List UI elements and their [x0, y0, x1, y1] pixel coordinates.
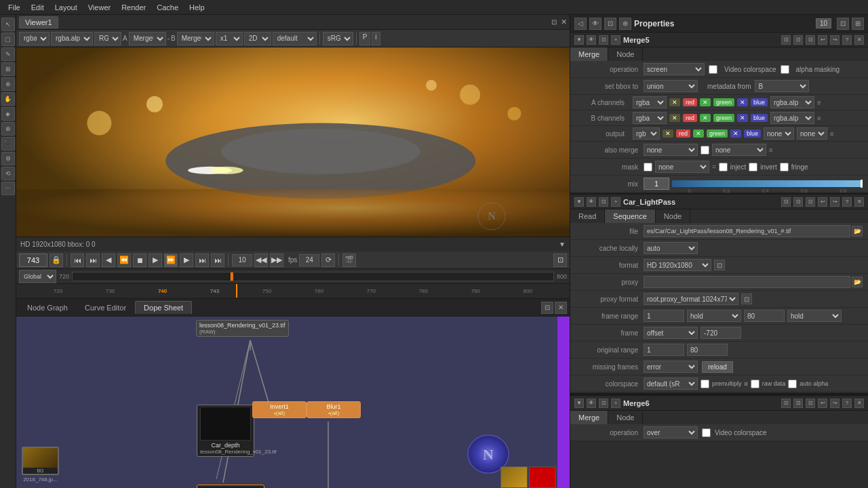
m6-icon4[interactable]: ↩ — [818, 399, 827, 408]
merge5-icon1[interactable]: ⊡ — [781, 35, 791, 45]
also-merge-extra[interactable]: ≡ — [769, 146, 773, 154]
fringe-check[interactable] — [780, 163, 789, 171]
menu-file[interactable]: File — [3, 2, 26, 13]
toolbar-transform-btn[interactable]: ⟲ — [1, 167, 15, 180]
toolbar-merge-btn[interactable]: ⊕ — [1, 122, 15, 136]
viewer-expand-icon[interactable]: ⊡ — [551, 18, 557, 26]
node-canvas[interactable]: lesson08_Rendering_v01_23.tif (RAW) Car_… — [16, 317, 570, 488]
merge5-eye-btn[interactable]: 👁 — [587, 35, 596, 45]
car-lightpass-node[interactable]: Car_LightPass lesson08_Rendering_v01_23.… — [197, 485, 264, 488]
menu-viewer[interactable]: Viewer — [83, 2, 116, 13]
zoom-select[interactable]: x1 — [216, 32, 243, 45]
out-red-badge[interactable]: red — [676, 129, 690, 138]
frame-offset-input[interactable] — [701, 327, 741, 339]
lut-select[interactable]: default — [273, 32, 317, 45]
merge5-group-btn[interactable]: ⊡ — [599, 35, 608, 45]
frame-type-select[interactable]: offset — [644, 327, 698, 339]
clp-icon2[interactable]: ⊡ — [793, 197, 803, 207]
a-extra-btn[interactable]: ≡ — [817, 99, 821, 106]
reload-btn[interactable]: reload — [702, 361, 733, 373]
view-select[interactable]: 2D — [244, 32, 271, 45]
bg-thumb[interactable]: BG — [22, 447, 59, 475]
proxy-format-select[interactable]: root.proxy_format 1024x778 — [644, 293, 738, 305]
out-green-badge[interactable]: green — [707, 129, 728, 138]
invert1-node[interactable]: Invert1 •(all) — [252, 401, 307, 418]
thumb-small-2[interactable] — [529, 466, 556, 488]
b-ch-blue-badge[interactable]: blue — [751, 114, 768, 122]
m6-tab-merge[interactable]: Merge — [570, 411, 608, 424]
b-ch-green-remove[interactable]: ✕ — [700, 114, 711, 122]
back-btn[interactable]: ⏪ — [117, 253, 131, 267]
thumb-small-1[interactable] — [500, 466, 528, 488]
m6-icon1[interactable]: ⊡ — [781, 399, 791, 408]
viewer-tab[interactable]: Viewer1 — [19, 16, 58, 28]
metadata-select[interactable]: B — [755, 80, 809, 92]
b-ch-blue-remove[interactable]: ✕ — [737, 114, 748, 122]
raw-data-check[interactable] — [751, 380, 760, 388]
m6-video-check[interactable] — [702, 428, 711, 437]
b-channels-select[interactable]: rgba — [633, 112, 667, 124]
merge5-icon5[interactable]: ↪ — [830, 35, 840, 45]
m6-operation-select[interactable]: over — [644, 426, 698, 439]
a-ch-alpha-select[interactable]: rgba.alp — [770, 96, 814, 108]
merge5-icon4[interactable]: ↩ — [818, 35, 827, 45]
blur1-node[interactable]: Blur1 •(all) — [307, 401, 361, 418]
m6-group-btn[interactable]: ⊡ — [599, 399, 608, 408]
m6-close-btn[interactable]: ✕ — [854, 399, 864, 408]
out-extra-btn[interactable]: ≡ — [830, 130, 834, 138]
colorspace-select[interactable]: sRGB — [323, 32, 353, 45]
output-select[interactable]: rgb — [633, 127, 660, 140]
prop-expand-icon[interactable]: ⊞ — [852, 18, 864, 30]
prop-icon2[interactable]: ⊡ — [837, 18, 849, 30]
bounce-input[interactable] — [232, 254, 252, 266]
toolbar-zoom-btn[interactable]: ⊕ — [1, 77, 15, 91]
menu-cache[interactable]: Cache — [151, 2, 184, 13]
clp-icon4[interactable]: ↩ — [818, 197, 827, 207]
auto-alpha-check[interactable] — [788, 380, 797, 388]
operation-select[interactable]: screen — [644, 63, 705, 75]
frame-range-hold2[interactable]: hold — [787, 310, 842, 322]
colorspace-row-select[interactable]: default (sR — [644, 378, 698, 390]
m6-tab-node[interactable]: Node — [608, 411, 643, 424]
file-node-top[interactable]: lesson08_Rendering_v01_23.tif (RAW) — [196, 320, 289, 337]
also-merge-select2[interactable]: none — [712, 144, 766, 156]
a-ch-blue-badge[interactable]: blue — [751, 98, 768, 106]
frame-input[interactable] — [19, 253, 47, 267]
missing-frames-select[interactable]: error — [644, 361, 698, 373]
merge5-icon2[interactable]: ⊡ — [793, 35, 803, 45]
last-frame-btn[interactable]: ⏭ — [211, 253, 224, 267]
toolbar-other-btn[interactable]: ⋯ — [1, 182, 15, 195]
toolbar-paint-btn[interactable]: ✎ — [1, 47, 15, 61]
step-fwd-btn[interactable]: ▶ — [180, 253, 193, 267]
b-ch-red-badge[interactable]: red — [683, 114, 697, 122]
fps-input[interactable] — [299, 254, 319, 266]
loop-btn[interactable]: ⟳ — [321, 253, 335, 267]
out-blue-remove[interactable]: ✕ — [730, 129, 741, 138]
node-editor-close[interactable]: ✕ — [555, 302, 567, 314]
prop-collapse-btn[interactable]: ◁ — [574, 18, 587, 30]
out-red-remove[interactable]: ✕ — [663, 129, 673, 138]
menu-help[interactable]: Help — [184, 2, 210, 13]
cache-select[interactable]: auto — [644, 242, 698, 254]
bounce-left-btn[interactable]: ◀◀ — [254, 253, 268, 267]
clp-group-btn[interactable]: ⊡ — [599, 197, 608, 207]
info-chevron-icon[interactable]: ▼ — [559, 241, 566, 248]
b-node-select[interactable]: Merge6 — [177, 32, 214, 45]
also-merge-select1[interactable]: none — [644, 144, 698, 156]
prop-eye-btn[interactable]: 👁 — [589, 18, 601, 30]
alpha-select[interactable]: rgba.alp▼ — [51, 32, 93, 45]
merge5-add-btn[interactable]: + — [611, 35, 620, 45]
bbox-select[interactable]: union — [644, 80, 698, 92]
toolbar-filter-btn[interactable]: ⚙ — [1, 152, 15, 165]
out-blue-badge[interactable]: blue — [744, 129, 761, 138]
mask-input-check[interactable] — [644, 163, 652, 171]
toolbar-pan-btn[interactable]: ✋ — [1, 92, 15, 106]
clp-icon3[interactable]: ⊡ — [806, 197, 815, 207]
mask-select[interactable]: none — [655, 161, 709, 173]
toolbar-pointer-btn[interactable]: ↖ — [1, 18, 15, 31]
invert-check[interactable] — [749, 163, 757, 171]
viewer-info-icon[interactable]: i — [372, 32, 380, 45]
m6-eye-btn[interactable]: 👁 — [587, 399, 596, 408]
a-ch-blue-remove[interactable]: ✕ — [737, 98, 748, 106]
merge5-collapse-btn[interactable]: ▼ — [574, 35, 584, 45]
